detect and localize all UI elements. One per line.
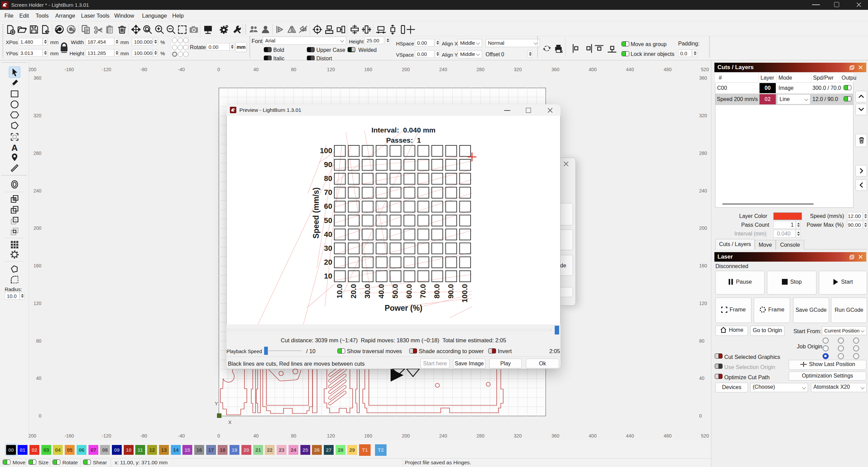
svg-text:A: A [12, 143, 18, 152]
